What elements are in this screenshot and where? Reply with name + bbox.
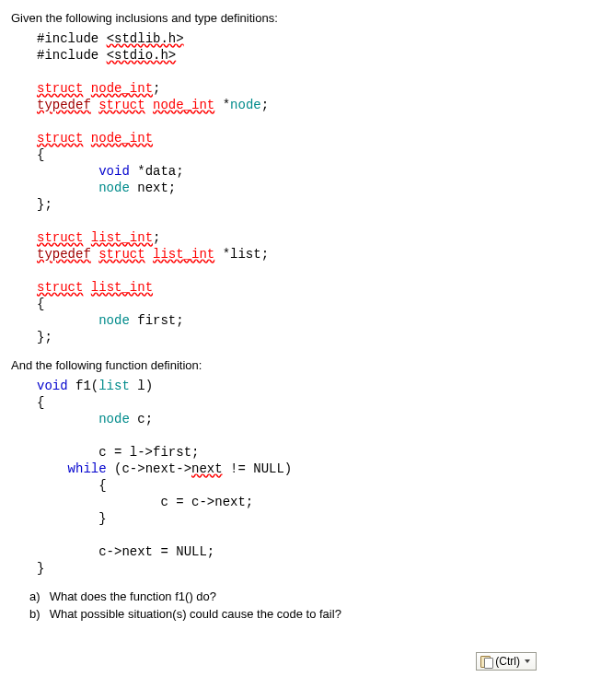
question-a-text: What does the function f1() do?	[50, 589, 216, 603]
code-block-2: void f1(list l){ node c; c = l->first; w…	[37, 378, 590, 577]
intro-text-1: Given the following inclusions and type …	[11, 11, 590, 25]
question-list: a) What does the function f1() do? b) Wh…	[29, 589, 590, 621]
question-a: a) What does the function f1() do?	[29, 589, 590, 603]
code-block-1: #include <stdlib.h>#include <stdio.h> st…	[37, 30, 590, 345]
question-a-letter: a)	[29, 589, 46, 603]
question-b-text: What possible situation(s) could cause t…	[50, 607, 341, 621]
intro-text-2: And the following function definition:	[11, 358, 590, 372]
question-b: b) What possible situation(s) could caus…	[29, 607, 590, 621]
question-b-letter: b)	[29, 607, 46, 621]
